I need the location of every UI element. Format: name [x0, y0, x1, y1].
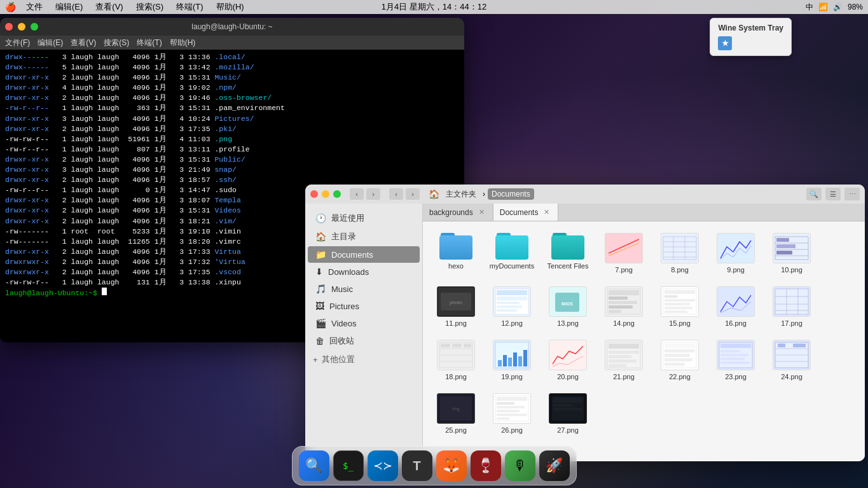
file-item-27png[interactable]: 27.png: [542, 389, 593, 438]
file-item-11png[interactable]: photo 11.png: [431, 282, 481, 331]
file-item-23png[interactable]: 23.png: [710, 336, 761, 384]
file-item-12png[interactable]: 12.png: [486, 282, 537, 331]
file-item-20png[interactable]: 20.png: [542, 336, 593, 384]
finder-icon: 🔍: [305, 457, 322, 474]
filemanager-close-button[interactable]: [310, 190, 318, 198]
edit-menu[interactable]: 编辑(E): [53, 0, 85, 14]
ime-status[interactable]: 中: [806, 2, 813, 13]
terminal-edit-menu[interactable]: 编辑(E): [38, 38, 63, 48]
file-item-24png[interactable]: 24.png: [766, 336, 817, 384]
dock-item-terminal[interactable]: $_: [333, 450, 364, 481]
file-item-mydocuments[interactable]: myDocuments: [486, 229, 537, 277]
filemanager-maximize-button[interactable]: [333, 190, 341, 198]
svg-rect-64: [609, 359, 637, 363]
view-menu[interactable]: 查看(V): [93, 0, 125, 14]
sidebar-item-home[interactable]: 🏠 主目录: [308, 228, 420, 246]
terminal-view-menu[interactable]: 查看(V): [71, 38, 96, 48]
fm-forward-button[interactable]: ›: [366, 188, 380, 200]
term-line: drwx------ 5 laugh laugh 4096 1月 3 13:42…: [5, 62, 459, 73]
terminal-menu[interactable]: 终端(T): [174, 0, 206, 14]
breadcrumb-home[interactable]: 主文件夹: [442, 188, 480, 201]
file-item-tencentfiles[interactable]: Tencent Files: [542, 229, 593, 277]
sidebar-item-videos[interactable]: 🎬 Videos: [308, 315, 420, 331]
sidebar-item-trash[interactable]: 🗑 回收站: [308, 332, 420, 350]
dock-item-gpodder[interactable]: 🎙: [505, 450, 535, 481]
sidebar-item-recent[interactable]: 🕐 最近使用: [308, 209, 420, 227]
filemanager-minimize-button[interactable]: [322, 190, 329, 198]
tab-backgrounds-close[interactable]: ✕: [477, 207, 486, 217]
volume-icon[interactable]: 🔊: [833, 3, 843, 11]
file-item-10png[interactable]: 10.png: [766, 229, 817, 277]
file-label: 15.png: [669, 319, 691, 327]
file-item-15png[interactable]: 15.png: [654, 282, 705, 331]
svg-rect-20: [497, 290, 527, 295]
png-thumb-16: [717, 286, 755, 317]
wifi-icon[interactable]: 📶: [818, 3, 828, 11]
tab-documents-close[interactable]: ✕: [542, 207, 551, 217]
svg-rect-62: [609, 351, 639, 354]
terminal-close-button[interactable]: [5, 23, 13, 31]
file-item-18png[interactable]: 18.png: [431, 336, 481, 384]
svg-rect-23: [497, 305, 522, 308]
png-thumb-24: [773, 340, 811, 370]
file-item-19png[interactable]: 19.png: [486, 336, 537, 384]
fm-file-grid[interactable]: hexo myDocuments Tencent Files: [423, 221, 865, 461]
wine-tray-app-icon[interactable]: ★: [718, 36, 732, 50]
terminal-terminal-menu[interactable]: 终端(T): [137, 38, 162, 48]
dock-item-rocket[interactable]: 🚀: [539, 450, 570, 481]
firefox-icon: 🦊: [443, 457, 460, 474]
dock-item-finder[interactable]: 🔍: [299, 450, 329, 481]
svg-rect-73: [720, 344, 751, 348]
file-item-21png[interactable]: 21.png: [598, 336, 649, 384]
file-item-14png[interactable]: 14.png: [598, 282, 649, 331]
dock-item-firefox[interactable]: 🦊: [436, 450, 467, 481]
fm-list-view-button[interactable]: ☰: [825, 188, 841, 200]
terminal-search-menu[interactable]: 搜索(S): [104, 38, 129, 48]
file-item-25png[interactable]: img 25.png: [431, 389, 481, 438]
file-item-7png[interactable]: 7.png: [598, 229, 649, 277]
terminal-file-menu[interactable]: 文件(F): [5, 38, 30, 48]
terminal-minimize-button[interactable]: [18, 23, 25, 31]
sidebar-item-music[interactable]: 🎵 Music: [308, 281, 420, 297]
dock-item-typora[interactable]: T: [402, 450, 432, 481]
terminal-help-menu[interactable]: 帮助(H): [170, 38, 196, 48]
file-item-hexo[interactable]: hexo: [431, 229, 481, 277]
terminal-maximize-button[interactable]: [31, 23, 38, 31]
sidebar-item-other[interactable]: + 其他位置: [305, 351, 422, 368]
svg-rect-57: [513, 352, 517, 366]
app-name-menu[interactable]: 文件: [24, 0, 45, 14]
file-item-22png[interactable]: 22.png: [654, 336, 705, 384]
tab-backgrounds-label: backgrounds: [429, 208, 473, 217]
file-item-9png[interactable]: 9.png: [710, 229, 761, 277]
file-label: 27.png: [557, 426, 579, 434]
breadcrumb-current[interactable]: Documents: [488, 188, 534, 200]
fm-back-button[interactable]: ‹: [350, 188, 364, 200]
tab-documents[interactable]: Documents ✕: [493, 204, 559, 221]
fm-more-button[interactable]: ⋯: [844, 188, 860, 200]
sidebar-label-music: Music: [331, 284, 353, 294]
png-thumb-18: [437, 340, 475, 370]
file-label: 21.png: [613, 373, 635, 380]
file-item-16png[interactable]: 16.png: [710, 282, 761, 331]
file-item-17png[interactable]: 17.png: [766, 282, 817, 331]
filemanager-window: ‹ › ‹ › 🏠 主文件夹 › Documents 🔍 ☰ ⋯ 🕐 最近使用: [305, 185, 865, 461]
file-item-26png[interactable]: 26.png: [486, 389, 537, 438]
help-menu[interactable]: 帮助(H): [214, 0, 247, 14]
fm-body: 🕐 最近使用 🏠 主目录 📁 Documents ⬇ Downloads 🎵 M…: [305, 204, 865, 461]
search-menu[interactable]: 搜索(S): [134, 0, 166, 14]
tab-backgrounds[interactable]: backgrounds ✕: [423, 204, 493, 221]
svg-rect-2: [663, 237, 696, 260]
fm-prev-button[interactable]: ‹: [389, 188, 403, 200]
sidebar-item-pictures[interactable]: 🖼 Pictures: [308, 298, 420, 314]
dock-item-wine[interactable]: 🍷: [471, 450, 501, 481]
png-thumb-21: [605, 340, 643, 370]
apple-menu[interactable]: 🍎: [5, 2, 16, 12]
file-item-13png[interactable]: MiOS 13.png: [542, 282, 593, 331]
fm-next-button[interactable]: ›: [406, 188, 420, 200]
png-thumb-17: [773, 286, 811, 317]
dock-item-vscode[interactable]: ≺≻: [368, 450, 398, 481]
sidebar-item-documents[interactable]: 📁 Documents: [308, 246, 420, 263]
sidebar-item-downloads[interactable]: ⬇ Downloads: [308, 263, 420, 280]
fm-search-button[interactable]: 🔍: [806, 188, 822, 200]
file-item-8png[interactable]: 8.png: [654, 229, 705, 277]
